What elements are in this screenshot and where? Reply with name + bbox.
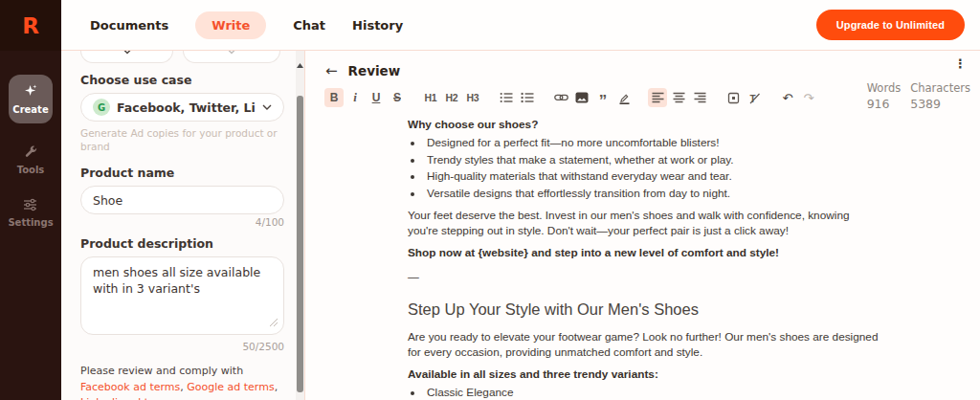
underline-button[interactable]: U [367, 88, 386, 107]
list-item: Classic Elegance [424, 385, 879, 400]
undo-button[interactable]: ↶ [778, 88, 797, 107]
logo-letter: R [22, 13, 39, 38]
truncated-selects [80, 51, 284, 63]
words-value: 916 [867, 97, 902, 111]
align-right-icon [694, 92, 706, 103]
content-heading: Available in all sizes and three trendy … [408, 367, 879, 382]
sparkles-icon [23, 83, 38, 100]
compliance-separator: , [275, 381, 278, 393]
compliance-note: Please review and comply with Facebook a… [80, 364, 284, 400]
content-heading: Why choose our shoes? [408, 117, 879, 132]
content-divider: — [408, 269, 879, 284]
product-description-textarea[interactable]: men shoes all size available with in 3 v… [80, 256, 284, 335]
redo-button[interactable]: ↷ [799, 88, 818, 107]
words-label: Words [867, 81, 902, 95]
words-stat: Words 916 [867, 81, 902, 111]
content-cta: Shop now at {website} and step into a ne… [408, 245, 879, 260]
use-case-panel: Choose use case G Facebook, Twitter, Lin… [61, 51, 296, 400]
clear-formatting-icon: T [748, 92, 761, 104]
highlight-pen-icon [618, 92, 631, 104]
align-right-button[interactable] [690, 88, 709, 107]
characters-stat: Characters 5389 [910, 81, 970, 111]
truncated-select-right[interactable] [183, 51, 280, 63]
product-description-counter: 50/2500 [80, 341, 284, 352]
nav-chat[interactable]: Chat [293, 18, 325, 33]
align-center-icon [673, 92, 685, 103]
clear-formatting-button[interactable]: T [745, 88, 764, 107]
bold-button[interactable]: B [324, 88, 344, 107]
rail-item-label: Tools [17, 165, 45, 175]
upgrade-button[interactable]: Upgrade to Unlimited [816, 10, 965, 40]
list-item: Designed for a perfect fit—no more uncom… [424, 135, 879, 150]
rail-item-settings[interactable]: Settings [8, 198, 53, 228]
unordered-list-icon [500, 92, 513, 103]
align-left-button[interactable] [648, 88, 667, 107]
truncated-select-left[interactable] [80, 51, 173, 63]
scrollbar-thumb[interactable] [297, 96, 303, 392]
content-bullet-list: Designed for a perfect fit—no more uncom… [408, 135, 879, 201]
align-left-icon [652, 92, 664, 103]
nav-documents[interactable]: Documents [90, 18, 168, 33]
heading-1-button[interactable]: H1 [421, 88, 440, 107]
product-name-counter: 4/100 [80, 216, 284, 228]
nav-write[interactable]: Write [195, 11, 266, 39]
characters-value: 5389 [910, 97, 970, 111]
logo[interactable]: R [0, 0, 61, 51]
editor-header: ← Review [305, 51, 980, 81]
nav-history[interactable]: History [352, 18, 403, 33]
back-arrow-icon[interactable]: ← [325, 64, 338, 78]
document-content[interactable]: Why choose our shoes? Designed for a per… [408, 117, 879, 400]
rail-item-create[interactable]: Create [9, 75, 53, 123]
use-case-helper: Generate Ad copies for your product or b… [80, 127, 284, 153]
chevron-down-icon [262, 104, 272, 110]
editor-pane: ← Review ⋮ B i U S H1 H2 H3 [305, 51, 980, 400]
ordered-list-icon [521, 92, 534, 103]
strikethrough-glyph: S [393, 91, 401, 104]
blockquote-button[interactable]: ” [593, 88, 612, 107]
left-rail: Create Tools Settings [0, 51, 61, 400]
highlight-button[interactable] [614, 88, 634, 107]
content-subheading: Step Up Your Style with Our Men's Shoes [408, 299, 879, 320]
product-description-label: Product description [80, 236, 284, 251]
compliance-suffix: . [174, 396, 178, 400]
scroll-up-arrow-icon[interactable] [296, 54, 304, 72]
use-case-select[interactable]: G Facebook, Twitter, Linked [80, 93, 284, 122]
list-item: High-quality materials that withstand ev… [424, 168, 879, 184]
image-icon [575, 92, 589, 103]
strikethrough-button[interactable]: S [388, 88, 407, 107]
heading-3-button[interactable]: H3 [463, 88, 482, 107]
code-block-button[interactable] [724, 88, 743, 107]
underline-glyph: U [372, 91, 381, 104]
document-stats: Words 916 Characters 5389 [867, 81, 970, 111]
italic-button[interactable]: i [345, 88, 365, 107]
image-button[interactable] [572, 88, 591, 107]
use-case-value: Facebook, Twitter, Linked [117, 100, 256, 115]
linkedin-ad-terms-link[interactable]: Linkedin ad terms [80, 396, 174, 400]
kebab-menu-icon[interactable]: ⋮ [954, 56, 967, 71]
product-name-input[interactable] [80, 186, 284, 214]
panel-scrollbar[interactable] [296, 51, 304, 400]
rail-item-label: Create [12, 104, 48, 115]
document-title: Review [348, 63, 401, 78]
app-root: R Documents Write Chat History Upgrade t… [0, 0, 980, 400]
google-ad-terms-link[interactable]: Google ad terms [187, 381, 274, 393]
rail-item-label: Settings [8, 217, 53, 228]
topbar: Documents Write Chat History Upgrade to … [61, 0, 980, 51]
list-item: Versatile designs that effortlessly tran… [424, 186, 879, 201]
align-center-button[interactable] [669, 88, 688, 107]
use-case-badge-icon: G [93, 99, 110, 116]
link-icon [554, 93, 568, 102]
resize-handle-icon[interactable] [270, 312, 278, 330]
use-case-label: Choose use case [80, 73, 284, 87]
compliance-prefix: Please review and comply with [80, 365, 243, 377]
link-button[interactable] [551, 88, 570, 107]
panel-divider [304, 51, 305, 400]
characters-label: Characters [910, 81, 970, 95]
heading-2-button[interactable]: H2 [442, 88, 461, 107]
unordered-list-button[interactable] [497, 88, 516, 107]
ordered-list-button[interactable] [518, 88, 537, 107]
facebook-ad-terms-link[interactable]: Facebook ad terms [80, 381, 180, 393]
code-block-icon [727, 92, 740, 104]
rail-item-tools[interactable]: Tools [17, 144, 45, 175]
content-bullet-list: Classic Elegance Casual Chic Sporty Perf… [408, 385, 879, 400]
